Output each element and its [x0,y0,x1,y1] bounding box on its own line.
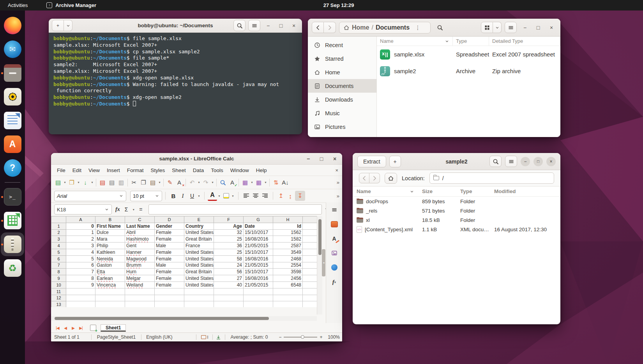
cell[interactable]: 15/10/2017 [244,229,273,236]
archive-maximize-button[interactable]: □ [533,157,543,166]
cell[interactable]: 16/08/2016 [244,275,273,282]
sidebar-item-downloads[interactable]: Downloads [308,93,376,106]
cell[interactable]: Gender [155,223,184,229]
open-file-icon[interactable]: ❐ [67,178,76,188]
sheet-tab[interactable]: Sheet1 [101,324,126,332]
cell[interactable]: Vincenza [95,281,125,288]
average-sum-label[interactable]: Average: ; Sum: 0 [231,334,268,340]
cell[interactable]: Country [184,223,214,229]
cell[interactable]: 25 [214,249,244,255]
cell-partial[interactable] [303,269,317,275]
redo-icon[interactable]: ↷ [201,178,210,188]
cell[interactable]: Female [155,269,184,275]
path-options-button[interactable]: ⋮ [412,25,424,31]
sort-icon[interactable]: ⇅ [271,178,281,188]
menu-sheet[interactable]: Sheet [168,166,189,174]
cell[interactable]: First Name [95,223,125,229]
row-header-1[interactable]: 1 [51,223,66,229]
cell-partial[interactable] [303,275,317,282]
vertical-scrollbar[interactable] [317,216,322,315]
cell[interactable]: Magwood [125,255,155,262]
insert-column-dropdown[interactable]: ▾ [263,181,268,184]
cell[interactable]: Philip [95,243,125,249]
breadcrumb[interactable]: Home / Documents ⋮ [339,22,431,33]
highlight-color-dropdown[interactable]: ▾ [231,194,235,198]
cell[interactable]: Etta [95,269,125,275]
vertical-scrollbar-thumb[interactable] [318,219,322,255]
cell[interactable]: 16/08/2016 [244,255,273,262]
terminal-menu-button[interactable] [248,20,260,31]
sum-dropdown[interactable]: ▾ [131,208,136,211]
new-tab-dropdown[interactable] [64,20,72,31]
cell[interactable]: 15/10/2017 [244,269,273,275]
cell[interactable] [273,301,303,307]
cell[interactable]: Weiland [125,281,155,288]
files-menu-button[interactable] [505,22,517,33]
cell[interactable]: United States [184,249,214,255]
cell[interactable]: 21/05/2015 [244,243,273,249]
sidebar-gallery-icon[interactable] [330,249,339,257]
undo-dropdown[interactable]: ▾ [197,181,201,184]
cell[interactable]: Female [155,255,184,262]
archive-minimize-button[interactable]: − [521,157,530,166]
terminal-minimize-button[interactable]: − [263,23,273,29]
cell[interactable]: 8 [66,275,95,282]
cell[interactable] [184,288,214,295]
calc-maximize-button[interactable]: □ [316,156,327,162]
cell[interactable] [66,295,95,301]
cell-partial[interactable] [303,281,317,288]
file-row[interactable]: sample2ArchiveZip archive [377,63,560,79]
cell[interactable]: 3 [66,243,95,249]
cell[interactable]: 3549 [273,249,303,255]
cell[interactable]: United States [184,262,214,269]
cell[interactable]: 2 [66,236,95,243]
sort-ascending-icon[interactable]: A↓ [281,178,290,188]
archive-back-button[interactable] [359,173,369,183]
new-tab-button[interactable]: + [52,20,64,31]
cell[interactable] [214,295,244,301]
forward-button[interactable] [324,22,336,33]
sidebar-splitter[interactable]: ◂ [322,249,325,276]
find-replace-icon[interactable] [218,178,228,188]
column-header-detailed-type[interactable]: Detailed Type [489,37,560,46]
cell[interactable]: 21/05/2015 [244,262,273,269]
copy-icon[interactable]: ❐ [139,178,148,188]
dock-item-libreoffice-writer[interactable] [1,109,24,132]
selection-mode-icon[interactable] [201,335,206,339]
column-header-H[interactable]: H [273,216,303,223]
cell[interactable]: 3598 [273,269,303,275]
cell[interactable]: Date [244,223,273,229]
archive-headerbar[interactable]: Extract + sample2 − □ × [353,153,560,170]
sidebar-settings-icon[interactable] [330,206,339,214]
align-right-button[interactable] [260,191,270,201]
cell[interactable]: Great Britain [184,236,214,243]
cell[interactable]: Female [155,249,184,255]
sheet-nav-first-icon[interactable]: |◀ [54,326,61,330]
cell[interactable]: Age [214,223,244,229]
cell[interactable] [273,295,303,301]
location-input[interactable]: / [429,172,554,184]
archive-column-type[interactable]: Type [456,188,490,194]
cell[interactable]: Id [273,223,303,229]
zoom-level-label[interactable]: 100% [328,334,340,340]
cell[interactable]: 56 [214,269,244,275]
cell[interactable] [214,288,244,295]
language-label[interactable]: English (UK) [146,334,172,340]
paste-dropdown[interactable]: ▾ [157,181,162,184]
cell-reference-box[interactable]: K18 [54,204,112,215]
calc-minimize-button[interactable]: − [303,156,313,162]
align-bottom-button[interactable]: ↧ [295,191,305,201]
cell-partial[interactable] [303,262,317,269]
cell[interactable] [95,301,125,307]
redo-dropdown[interactable]: ▾ [210,181,215,184]
cell[interactable]: 1 [66,229,95,236]
cell[interactable] [125,301,155,307]
zoom-in-button[interactable]: + [320,334,322,340]
breadcrumb-current[interactable]: Documents [376,24,410,31]
cell-partial[interactable] [303,288,317,295]
cell[interactable]: 7 [66,269,95,275]
row-header-6[interactable]: 6 [51,255,66,262]
cell[interactable] [155,295,184,301]
row-header-3[interactable]: 3 [51,236,66,243]
paste-icon[interactable]: ▤ [148,178,157,188]
